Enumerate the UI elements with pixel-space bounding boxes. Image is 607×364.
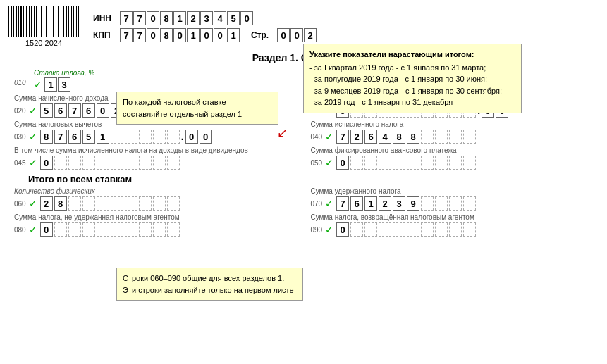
tick-080: ✓ <box>29 224 37 235</box>
kpp-d9[interactable]: 1 <box>227 28 240 42</box>
row-010-fields: ✓ 1 3 <box>34 77 94 92</box>
inn-d5[interactable]: 1 <box>173 11 186 25</box>
kpp-row: КПП 7 7 0 8 0 1 0 0 1 Стр. 0 0 2 <box>93 28 317 42</box>
row-050-fields: 050 ✓ 0 <box>311 156 599 170</box>
row-090-label: Сумма налога, возвращённая налоговым аге… <box>311 213 599 221</box>
barcode: 1520 2024 <box>8 6 79 48</box>
tick-070: ✓ <box>325 198 333 209</box>
rows-080-090: Сумма налога, не удержанная налоговым аг… <box>14 213 599 237</box>
inn-kpp-area: ИНН 7 7 0 8 1 2 3 4 5 0 КПП 7 7 <box>93 11 317 42</box>
tick-060: ✓ <box>29 198 37 209</box>
row-060-fields: 060 ✓ 2 8 <box>14 196 302 211</box>
tax-rate-d1[interactable]: 1 <box>44 77 57 92</box>
rows-tooltip: Строки 060–090 общие для всех разделов 1… <box>116 268 303 301</box>
inn-d10[interactable]: 0 <box>240 11 253 25</box>
str-label: Стр. <box>251 30 269 40</box>
row-030-num: 030 <box>14 133 26 141</box>
tick-020: ✓ <box>29 105 37 116</box>
inn-d7[interactable]: 3 <box>200 11 213 25</box>
row-050-container: Сумма фиксированного авансового платежа … <box>311 146 599 170</box>
row-040-num: 040 <box>311 133 323 141</box>
decimal-sep-030: . <box>181 131 184 142</box>
inn-digits: 7 7 0 8 1 2 3 4 5 0 <box>120 11 253 25</box>
rows-tooltip-text: Строки 060–090 общие для всех разделов 1… <box>123 274 294 294</box>
header-row: 1520 2024 ИНН 7 7 0 8 1 2 3 4 5 0 <box>8 6 599 48</box>
row-045-num: 045 <box>14 159 26 167</box>
inn-d3[interactable]: 0 <box>147 11 159 25</box>
row-070-container: Сумма удержанного налога 070 ✓ 7 6 1 2 3… <box>311 187 599 211</box>
row-090-fields: 090 ✓ 0 <box>311 222 599 237</box>
row-070-label: Сумма удержанного налога <box>311 187 599 195</box>
tick-040: ✓ <box>325 131 333 142</box>
row-040-label: Сумма исчисленного налога <box>311 120 599 128</box>
row-045-fields: 045 ✓ 0 <box>14 156 302 170</box>
row-090-num: 090 <box>311 226 323 234</box>
kpp-d6[interactable]: 1 <box>187 28 200 42</box>
inn-label: ИНН <box>93 13 114 23</box>
tax-rate-d2[interactable]: 3 <box>58 77 70 92</box>
row-070-num: 070 <box>311 200 323 208</box>
kpp-d5[interactable]: 0 <box>173 28 186 42</box>
kpp-d7[interactable]: 0 <box>200 28 213 42</box>
inn-d6[interactable]: 2 <box>187 11 200 25</box>
row-020-num: 020 <box>14 107 26 115</box>
row-070-fields: 070 ✓ 7 6 1 2 3 9 <box>311 196 599 211</box>
row-050-label: Сумма фиксированного авансового платежа <box>311 146 599 154</box>
row-080-fields: 080 ✓ 0 <box>14 222 302 237</box>
kpp-digits: 7 7 0 8 0 1 0 0 1 <box>120 28 240 42</box>
row-045-container: В том числе сумма исчисленного налога на… <box>14 146 302 170</box>
kpp-d3[interactable]: 0 <box>147 28 159 42</box>
tax-tooltip-text: По каждой налоговой ставке составляйте о… <box>123 98 242 118</box>
row-010-content: Ставка налога, % ✓ 1 3 <box>34 69 94 92</box>
tooltip-line4: - за 9 месяцев 2019 года - с 1 января по… <box>309 85 515 97</box>
row-090-container: Сумма налога, возвращённая налоговым аге… <box>311 213 599 237</box>
str-d1[interactable]: 0 <box>277 28 290 42</box>
inn-d2[interactable]: 7 <box>133 11 146 25</box>
inn-d8[interactable]: 4 <box>214 11 226 25</box>
kpp-d4[interactable]: 8 <box>160 28 173 42</box>
row-040-fields: 040 ✓ 7 2 6 4 8 8 <box>311 130 599 144</box>
rows-060-070: Количество физических 060 ✓ 2 8 Сумма уд… <box>14 187 599 211</box>
tooltip-line2: - за I квартал 2019 года - с 1 января по… <box>309 62 515 74</box>
arrow-icon: ↙ <box>277 125 288 141</box>
main-tooltip: Укажите показатели нарастающим итогом: -… <box>303 44 522 113</box>
row-080-container: Сумма налога, не удержанная налоговым аг… <box>14 213 302 237</box>
str-digits: 0 0 2 <box>277 28 317 42</box>
inn-d9[interactable]: 5 <box>227 11 240 25</box>
row-060-label: Количество физических <box>14 187 302 195</box>
row-040-container: Сумма исчисленного налога 040 ✓ 7 2 6 4 … <box>311 120 599 144</box>
tooltip-line5: - за 2019 год - с 1 января по 31 декабря <box>309 96 515 108</box>
inn-row: ИНН 7 7 0 8 1 2 3 4 5 0 <box>93 11 317 25</box>
str-d2[interactable]: 0 <box>290 28 303 42</box>
tick-090: ✓ <box>325 224 333 235</box>
row-060-container: Количество физических 060 ✓ 2 8 <box>14 187 302 211</box>
kpp-label: КПП <box>93 30 114 40</box>
rows-030-040: Сумма налоговых вычетов 030 ✓ 8 7 6 5 1 … <box>14 120 599 144</box>
bold-total-label: Итого по всем ставкам <box>28 174 599 184</box>
tick-045: ✓ <box>29 157 37 168</box>
row-010-num: 010 <box>14 69 34 87</box>
kpp-d1[interactable]: 7 <box>120 28 133 42</box>
tick-010: ✓ <box>34 79 42 90</box>
row-045-label: В том числе сумма исчисленного налога на… <box>14 146 302 154</box>
page: 1520 2024 ИНН 7 7 0 8 1 2 3 4 5 0 <box>0 0 607 364</box>
kpp-d8[interactable]: 0 <box>214 28 226 42</box>
barcode-number: 1520 2024 <box>8 39 79 47</box>
rows-045-050: В том числе сумма исчисленного налога на… <box>14 146 599 170</box>
tooltip-line3: - за полугодие 2019 года - с 1 января по… <box>309 73 515 85</box>
str-d3[interactable]: 2 <box>304 28 317 42</box>
kpp-d2[interactable]: 7 <box>133 28 146 42</box>
tick-030: ✓ <box>29 131 37 142</box>
inn-d1[interactable]: 7 <box>120 11 133 25</box>
tax-tooltip: По каждой налоговой ставке составляйте о… <box>116 92 278 125</box>
row-050-num: 050 <box>311 159 323 167</box>
tooltip-line1: Укажите показатели нарастающим итогом: <box>309 49 515 61</box>
row-010-label: Ставка налога, % <box>34 69 94 77</box>
row-080-label: Сумма налога, не удержанная налоговым аг… <box>14 213 302 221</box>
tick-050: ✓ <box>325 157 333 168</box>
row-030-fields: 030 ✓ 8 7 6 5 1 . 0 0 <box>14 130 302 144</box>
row-080-num: 080 <box>14 226 26 234</box>
row-060-num: 060 <box>14 200 26 208</box>
inn-d4[interactable]: 8 <box>160 11 173 25</box>
